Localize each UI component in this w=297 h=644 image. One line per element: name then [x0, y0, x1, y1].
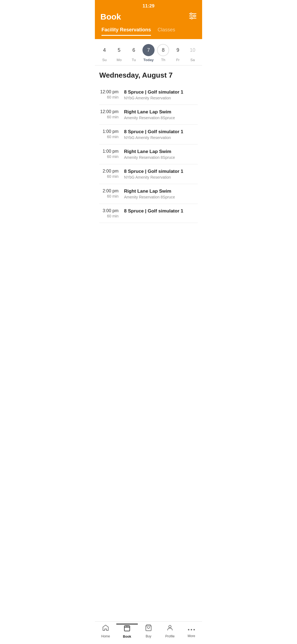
day-label: Fr	[176, 58, 180, 62]
calendar-day-4[interactable]: 4Su	[98, 44, 111, 62]
day-label: Su	[102, 58, 107, 62]
reservation-time-main: 2:00 pm	[99, 189, 119, 193]
reservation-subtitle: NYbG Amenity Reservation	[124, 175, 198, 179]
calendar-day-9[interactable]: 9Fr	[171, 44, 185, 62]
day-number: 7	[142, 44, 155, 56]
day-number: 8	[157, 44, 169, 56]
calendar-strip: 4Su5Mo6Tu7Today8Th9Fr10Sa	[95, 39, 202, 66]
reservation-item[interactable]: 12:00 pm60 min8 Spruce | Golf simulator …	[99, 85, 198, 105]
calendar-day-6[interactable]: 6Tu	[127, 44, 141, 62]
reservation-item[interactable]: 2:00 pm60 minRight Lane Lap SwimAmenity …	[99, 184, 198, 204]
reservation-time-block: 1:00 pm60 min	[99, 149, 124, 159]
reservation-time-block: 2:00 pm60 min	[99, 189, 124, 198]
reservation-name: 8 Spruce | Golf simulator 1	[124, 208, 198, 214]
reservation-subtitle: Amenity Reservation 8Spruce	[124, 116, 198, 120]
svg-point-3	[190, 13, 192, 15]
reservation-details: Right Lane Lap SwimAmenity Reservation 8…	[124, 149, 198, 160]
day-label: Tu	[132, 58, 136, 62]
date-heading: Wednesday, August 7	[99, 71, 198, 80]
reservation-subtitle: NYbG Amenity Reservation	[124, 135, 198, 140]
status-bar: 11:29	[100, 0, 197, 11]
calendar-day-10[interactable]: 10Sa	[186, 44, 199, 62]
reservation-name: 8 Spruce | Golf simulator 1	[124, 129, 198, 135]
reservation-details: Right Lane Lap SwimAmenity Reservation 8…	[124, 109, 198, 120]
reservation-name: Right Lane Lap Swim	[124, 149, 198, 154]
reservation-item[interactable]: 1:00 pm60 min8 Spruce | Golf simulator 1…	[99, 125, 198, 144]
day-number: 4	[98, 44, 111, 56]
reservation-subtitle: Amenity Reservation 8Spruce	[124, 195, 198, 199]
day-number: 6	[128, 44, 140, 56]
reservation-subtitle: NYbG Amenity Reservation	[124, 96, 198, 100]
svg-point-4	[194, 15, 195, 17]
reservation-duration: 60 min	[99, 115, 119, 119]
header-row: Book	[100, 11, 197, 26]
reservation-item[interactable]: 3:00 pm60 min8 Spruce | Golf simulator 1	[99, 204, 198, 223]
reservation-duration: 60 min	[99, 174, 119, 179]
reservation-subtitle: Amenity Reservation 8Spruce	[124, 155, 198, 160]
tabs-container: Facility Reservations Classes	[100, 26, 197, 36]
reservation-time-main: 12:00 pm	[99, 109, 119, 114]
reservation-name: Right Lane Lap Swim	[124, 189, 198, 194]
reservation-time-main: 1:00 pm	[99, 149, 119, 154]
reservation-time-block: 12:00 pm60 min	[99, 89, 124, 99]
tab-classes[interactable]: Classes	[158, 26, 175, 36]
reservation-details: 8 Spruce | Golf simulator 1NYbG Amenity …	[124, 169, 198, 179]
reservation-time-main: 12:00 pm	[99, 89, 119, 94]
day-label: Sa	[190, 58, 195, 62]
reservation-time-main: 3:00 pm	[99, 208, 119, 213]
reservation-name: Right Lane Lap Swim	[124, 109, 198, 115]
reservation-time-block: 1:00 pm60 min	[99, 129, 124, 139]
reservation-time-block: 3:00 pm60 min	[99, 208, 124, 218]
svg-point-5	[191, 17, 193, 19]
day-number: 10	[186, 44, 199, 56]
reservation-details: Right Lane Lap SwimAmenity Reservation 8…	[124, 189, 198, 199]
reservation-time-main: 2:00 pm	[99, 169, 119, 174]
reservation-duration: 60 min	[99, 95, 119, 99]
status-time: 11:29	[142, 3, 154, 9]
filter-icon[interactable]	[189, 13, 197, 21]
reservation-item[interactable]: 2:00 pm60 min8 Spruce | Golf simulator 1…	[99, 164, 198, 184]
content-area: Wednesday, August 7 12:00 pm60 min8 Spru…	[95, 66, 202, 223]
page-title: Book	[100, 12, 121, 21]
day-number: 5	[113, 44, 125, 56]
reservation-name: 8 Spruce | Golf simulator 1	[124, 89, 198, 95]
tab-facility-reservations[interactable]: Facility Reservations	[101, 26, 151, 36]
day-label: Mo	[117, 58, 122, 62]
day-number: 9	[172, 44, 184, 56]
reservation-list: 12:00 pm60 min8 Spruce | Golf simulator …	[99, 85, 198, 223]
reservation-time-main: 1:00 pm	[99, 129, 119, 134]
day-label: Today	[143, 58, 153, 62]
day-label: Th	[161, 58, 165, 62]
reservation-time-block: 12:00 pm60 min	[99, 109, 124, 119]
calendar-day-5[interactable]: 5Mo	[112, 44, 126, 62]
reservation-details: 8 Spruce | Golf simulator 1	[124, 208, 198, 215]
calendar-day-7[interactable]: 7Today	[142, 44, 155, 62]
reservation-details: 8 Spruce | Golf simulator 1NYbG Amenity …	[124, 129, 198, 140]
reservation-name: 8 Spruce | Golf simulator 1	[124, 169, 198, 174]
reservation-duration: 60 min	[99, 214, 119, 218]
header: 11:29 Book Facility Reservations Classes	[95, 0, 202, 39]
reservation-duration: 60 min	[99, 194, 119, 198]
reservation-duration: 60 min	[99, 154, 119, 159]
reservation-time-block: 2:00 pm60 min	[99, 169, 124, 179]
reservation-duration: 60 min	[99, 135, 119, 139]
reservation-item[interactable]: 1:00 pm60 minRight Lane Lap SwimAmenity …	[99, 144, 198, 164]
reservation-details: 8 Spruce | Golf simulator 1NYbG Amenity …	[124, 89, 198, 100]
calendar-day-8[interactable]: 8Th	[156, 44, 170, 62]
reservation-item[interactable]: 12:00 pm60 minRight Lane Lap SwimAmenity…	[99, 105, 198, 125]
